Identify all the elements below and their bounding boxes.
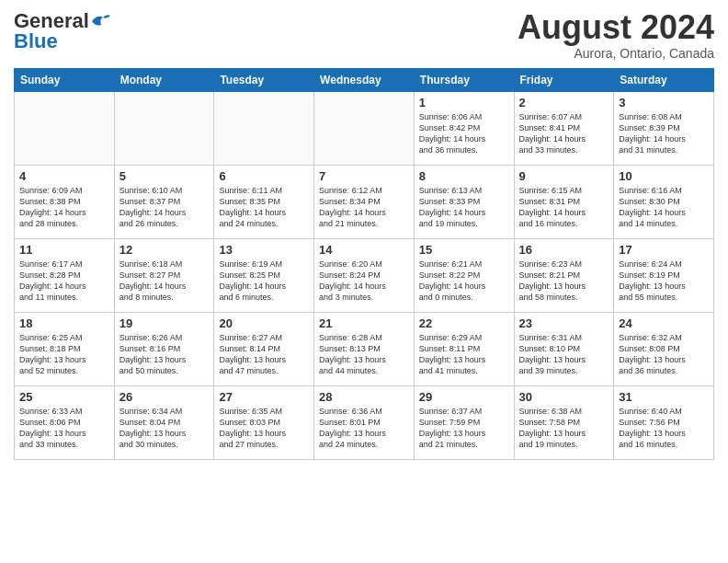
weekday-header-row: Sunday Monday Tuesday Wednesday Thursday… bbox=[15, 68, 714, 91]
calendar-cell: 11Sunrise: 6:17 AM Sunset: 8:28 PM Dayli… bbox=[15, 238, 115, 312]
calendar-cell: 7Sunrise: 6:12 AM Sunset: 8:34 PM Daylig… bbox=[314, 165, 415, 238]
header-monday: Monday bbox=[114, 68, 214, 91]
day-number: 15 bbox=[419, 243, 509, 257]
day-number: 6 bbox=[219, 169, 309, 183]
day-number: 10 bbox=[619, 169, 709, 183]
week-row-4: 18Sunrise: 6:25 AM Sunset: 8:18 PM Dayli… bbox=[15, 312, 714, 385]
day-info: Sunrise: 6:15 AM Sunset: 8:31 PM Dayligh… bbox=[519, 185, 609, 230]
day-number: 19 bbox=[119, 316, 210, 330]
calendar-body: 1Sunrise: 6:06 AM Sunset: 8:42 PM Daylig… bbox=[15, 91, 714, 459]
calendar-cell: 13Sunrise: 6:19 AM Sunset: 8:25 PM Dayli… bbox=[214, 238, 314, 312]
calendar-cell: 3Sunrise: 6:08 AM Sunset: 8:39 PM Daylig… bbox=[614, 91, 714, 165]
day-number: 22 bbox=[419, 316, 509, 330]
calendar-cell: 19Sunrise: 6:26 AM Sunset: 8:16 PM Dayli… bbox=[114, 312, 214, 385]
day-info: Sunrise: 6:08 AM Sunset: 8:39 PM Dayligh… bbox=[619, 111, 709, 156]
calendar-cell bbox=[114, 91, 214, 165]
day-number: 29 bbox=[419, 390, 509, 404]
calendar-cell: 2Sunrise: 6:07 AM Sunset: 8:41 PM Daylig… bbox=[514, 91, 614, 165]
day-number: 12 bbox=[119, 243, 210, 257]
calendar-cell: 26Sunrise: 6:34 AM Sunset: 8:04 PM Dayli… bbox=[114, 385, 214, 459]
day-info: Sunrise: 6:06 AM Sunset: 8:42 PM Dayligh… bbox=[419, 111, 509, 156]
day-info: Sunrise: 6:33 AM Sunset: 8:06 PM Dayligh… bbox=[19, 406, 109, 451]
day-info: Sunrise: 6:26 AM Sunset: 8:16 PM Dayligh… bbox=[119, 332, 210, 377]
day-info: Sunrise: 6:34 AM Sunset: 8:04 PM Dayligh… bbox=[119, 406, 210, 451]
day-number: 9 bbox=[519, 169, 609, 183]
day-info: Sunrise: 6:32 AM Sunset: 8:08 PM Dayligh… bbox=[619, 332, 709, 377]
day-info: Sunrise: 6:27 AM Sunset: 8:14 PM Dayligh… bbox=[219, 332, 309, 377]
day-number: 21 bbox=[319, 316, 409, 330]
header-wednesday: Wednesday bbox=[314, 68, 415, 91]
day-number: 7 bbox=[319, 169, 409, 183]
week-row-5: 25Sunrise: 6:33 AM Sunset: 8:06 PM Dayli… bbox=[15, 385, 714, 459]
calendar-cell: 24Sunrise: 6:32 AM Sunset: 8:08 PM Dayli… bbox=[614, 312, 714, 385]
day-number: 17 bbox=[619, 243, 709, 257]
day-number: 30 bbox=[519, 390, 609, 404]
day-number: 25 bbox=[19, 390, 109, 404]
calendar-table: Sunday Monday Tuesday Wednesday Thursday… bbox=[14, 68, 714, 460]
day-info: Sunrise: 6:36 AM Sunset: 8:01 PM Dayligh… bbox=[319, 406, 409, 451]
day-info: Sunrise: 6:31 AM Sunset: 8:10 PM Dayligh… bbox=[519, 332, 609, 377]
logo-blue: Blue bbox=[14, 29, 58, 53]
header: General Blue August 2024 Aurora, Ontario… bbox=[14, 9, 714, 61]
calendar-cell: 8Sunrise: 6:13 AM Sunset: 8:33 PM Daylig… bbox=[414, 165, 514, 238]
calendar-cell bbox=[214, 91, 314, 165]
week-row-3: 11Sunrise: 6:17 AM Sunset: 8:28 PM Dayli… bbox=[15, 238, 714, 312]
calendar-cell: 22Sunrise: 6:29 AM Sunset: 8:11 PM Dayli… bbox=[414, 312, 514, 385]
logo: General Blue bbox=[14, 9, 111, 53]
calendar-cell: 17Sunrise: 6:24 AM Sunset: 8:19 PM Dayli… bbox=[614, 238, 714, 312]
calendar-cell: 4Sunrise: 6:09 AM Sunset: 8:38 PM Daylig… bbox=[15, 165, 115, 238]
calendar-cell: 30Sunrise: 6:38 AM Sunset: 7:58 PM Dayli… bbox=[514, 385, 614, 459]
day-number: 1 bbox=[419, 96, 509, 109]
calendar-cell: 5Sunrise: 6:10 AM Sunset: 8:37 PM Daylig… bbox=[114, 165, 214, 238]
header-tuesday: Tuesday bbox=[214, 68, 314, 91]
day-info: Sunrise: 6:11 AM Sunset: 8:35 PM Dayligh… bbox=[219, 185, 309, 230]
calendar-cell: 1Sunrise: 6:06 AM Sunset: 8:42 PM Daylig… bbox=[414, 91, 514, 165]
day-number: 23 bbox=[519, 316, 609, 330]
calendar-cell: 15Sunrise: 6:21 AM Sunset: 8:22 PM Dayli… bbox=[414, 238, 514, 312]
day-info: Sunrise: 6:12 AM Sunset: 8:34 PM Dayligh… bbox=[319, 185, 409, 230]
day-number: 11 bbox=[19, 243, 109, 257]
week-row-2: 4Sunrise: 6:09 AM Sunset: 8:38 PM Daylig… bbox=[15, 165, 714, 238]
day-info: Sunrise: 6:21 AM Sunset: 8:22 PM Dayligh… bbox=[419, 259, 509, 304]
calendar-cell: 23Sunrise: 6:31 AM Sunset: 8:10 PM Dayli… bbox=[514, 312, 614, 385]
logo-bird-icon bbox=[90, 12, 110, 30]
day-info: Sunrise: 6:16 AM Sunset: 8:30 PM Dayligh… bbox=[619, 185, 709, 230]
day-info: Sunrise: 6:23 AM Sunset: 8:21 PM Dayligh… bbox=[519, 259, 609, 304]
day-info: Sunrise: 6:24 AM Sunset: 8:19 PM Dayligh… bbox=[619, 259, 709, 304]
day-number: 27 bbox=[219, 390, 309, 404]
day-number: 8 bbox=[419, 169, 509, 183]
day-number: 31 bbox=[619, 390, 709, 404]
calendar-cell: 25Sunrise: 6:33 AM Sunset: 8:06 PM Dayli… bbox=[15, 385, 115, 459]
day-info: Sunrise: 6:13 AM Sunset: 8:33 PM Dayligh… bbox=[419, 185, 509, 230]
calendar-cell: 14Sunrise: 6:20 AM Sunset: 8:24 PM Dayli… bbox=[314, 238, 415, 312]
day-info: Sunrise: 6:29 AM Sunset: 8:11 PM Dayligh… bbox=[419, 332, 509, 377]
calendar-cell: 12Sunrise: 6:18 AM Sunset: 8:27 PM Dayli… bbox=[114, 238, 214, 312]
week-row-1: 1Sunrise: 6:06 AM Sunset: 8:42 PM Daylig… bbox=[15, 91, 714, 165]
calendar-cell: 20Sunrise: 6:27 AM Sunset: 8:14 PM Dayli… bbox=[214, 312, 314, 385]
header-thursday: Thursday bbox=[414, 68, 514, 91]
calendar-cell: 6Sunrise: 6:11 AM Sunset: 8:35 PM Daylig… bbox=[214, 165, 314, 238]
day-number: 13 bbox=[219, 243, 309, 257]
day-number: 2 bbox=[519, 96, 609, 109]
calendar-cell: 18Sunrise: 6:25 AM Sunset: 8:18 PM Dayli… bbox=[15, 312, 115, 385]
day-number: 20 bbox=[219, 316, 309, 330]
page-container: General Blue August 2024 Aurora, Ontario… bbox=[0, 0, 728, 469]
day-info: Sunrise: 6:40 AM Sunset: 7:56 PM Dayligh… bbox=[619, 406, 709, 451]
header-sunday: Sunday bbox=[15, 68, 115, 91]
calendar-cell bbox=[314, 91, 415, 165]
day-number: 14 bbox=[319, 243, 409, 257]
day-info: Sunrise: 6:19 AM Sunset: 8:25 PM Dayligh… bbox=[219, 259, 309, 304]
calendar-cell: 21Sunrise: 6:28 AM Sunset: 8:13 PM Dayli… bbox=[314, 312, 415, 385]
header-saturday: Saturday bbox=[614, 68, 714, 91]
day-number: 3 bbox=[619, 96, 709, 109]
day-info: Sunrise: 6:20 AM Sunset: 8:24 PM Dayligh… bbox=[319, 259, 409, 304]
day-number: 26 bbox=[119, 390, 210, 404]
day-info: Sunrise: 6:37 AM Sunset: 7:59 PM Dayligh… bbox=[419, 406, 509, 451]
day-number: 18 bbox=[19, 316, 109, 330]
day-info: Sunrise: 6:18 AM Sunset: 8:27 PM Dayligh… bbox=[119, 259, 210, 304]
day-number: 28 bbox=[319, 390, 409, 404]
calendar-cell: 16Sunrise: 6:23 AM Sunset: 8:21 PM Dayli… bbox=[514, 238, 614, 312]
day-info: Sunrise: 6:07 AM Sunset: 8:41 PM Dayligh… bbox=[519, 111, 609, 156]
location: Aurora, Ontario, Canada bbox=[518, 46, 714, 61]
calendar-cell: 28Sunrise: 6:36 AM Sunset: 8:01 PM Dayli… bbox=[314, 385, 415, 459]
